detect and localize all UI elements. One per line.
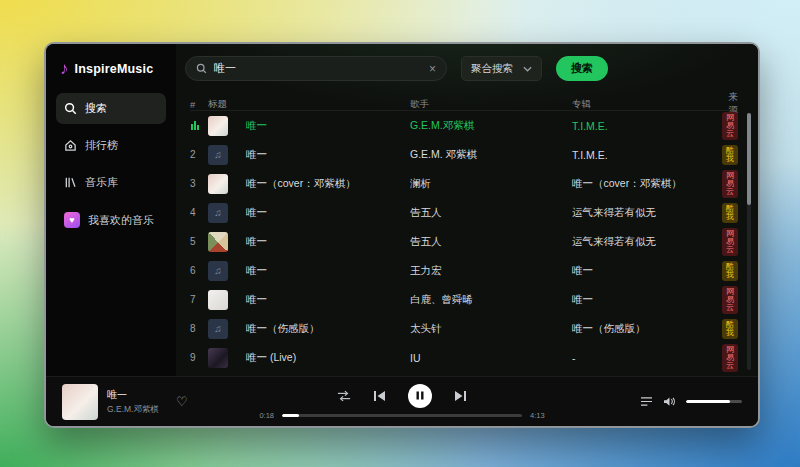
song-title: 唯一 bbox=[235, 293, 410, 307]
row-index: 5 bbox=[190, 236, 208, 247]
favorite-heart-icon[interactable]: ♡ bbox=[176, 394, 188, 409]
sidebar-item-library[interactable]: 音乐库 bbox=[56, 167, 166, 198]
album-art bbox=[208, 348, 228, 368]
row-index: 8 bbox=[190, 323, 208, 334]
song-artist: 告五人 bbox=[410, 235, 572, 249]
playlist-icon bbox=[640, 396, 653, 407]
sidebar-item-charts[interactable]: 排行榜 bbox=[56, 130, 166, 161]
row-index: 9 bbox=[190, 352, 208, 363]
heart-icon: ♥ bbox=[64, 212, 80, 228]
source-badge: 酷我 bbox=[722, 203, 738, 223]
row-index: 4 bbox=[190, 207, 208, 218]
playing-equalizer-icon bbox=[190, 120, 200, 130]
song-album: 唯一（cover：邓紫棋） bbox=[572, 177, 722, 191]
table-body: 唯一G.E.M.邓紫棋T.I.M.E.网易云2唯一G.E.M. 邓紫棋T.I.M… bbox=[190, 111, 738, 372]
source-badge: 网易云 bbox=[722, 286, 738, 314]
header-title: 标题 bbox=[208, 98, 235, 111]
header-index: # bbox=[190, 99, 208, 110]
search-icon bbox=[196, 63, 207, 74]
clear-search-icon[interactable]: × bbox=[429, 62, 436, 76]
sidebar-item-label: 搜索 bbox=[85, 101, 107, 116]
song-album: 运气来得若有似无 bbox=[572, 206, 722, 220]
search-query-text: 唯一 bbox=[214, 61, 422, 76]
main-content: 唯一 × 聚合搜索 搜索 # 标题 歌手 专辑 来源 唯一G.E.M.邓紫棋T.… bbox=[176, 44, 758, 376]
search-input[interactable]: 唯一 × bbox=[185, 56, 447, 81]
app-window: ♪ InspireMusic 搜索 排行榜 音乐库 ♥ 我喜欢的 bbox=[44, 42, 760, 428]
album-art bbox=[208, 203, 228, 223]
volume-slider[interactable] bbox=[686, 400, 742, 403]
song-artist: 太头针 bbox=[410, 322, 572, 336]
next-button[interactable] bbox=[454, 390, 467, 402]
sidebar-item-label: 我喜欢的音乐 bbox=[88, 213, 154, 228]
table-row[interactable]: 8唯一（伤感版）太头针唯一（伤感版）酷我 bbox=[190, 314, 738, 343]
speaker-icon bbox=[663, 396, 676, 407]
current-time: 0:18 bbox=[250, 411, 274, 420]
sidebar-item-search[interactable]: 搜索 bbox=[56, 93, 166, 124]
table-row[interactable]: 唯一G.E.M.邓紫棋T.I.M.E.网易云 bbox=[190, 111, 738, 140]
table-row[interactable]: 7唯一白鹿、曾舜晞唯一网易云 bbox=[190, 285, 738, 314]
search-icon bbox=[64, 102, 77, 115]
shuffle-button[interactable] bbox=[337, 390, 351, 402]
progress-bar[interactable] bbox=[282, 414, 522, 417]
source-badge: 酷我 bbox=[722, 145, 738, 165]
row-index: 3 bbox=[190, 178, 208, 189]
song-title: 唯一 bbox=[235, 206, 410, 220]
song-title: 唯一 (Live) bbox=[235, 351, 410, 365]
library-icon bbox=[64, 176, 77, 189]
source-badge: 酷我 bbox=[722, 319, 738, 339]
album-art bbox=[208, 261, 228, 281]
song-title: 唯一（伤感版） bbox=[235, 322, 410, 336]
now-playing-title: 唯一 bbox=[107, 388, 159, 402]
now-playing-art bbox=[62, 384, 98, 420]
scrollbar-thumb[interactable] bbox=[747, 113, 751, 205]
table-row[interactable]: 4唯一告五人运气来得若有似无酷我 bbox=[190, 198, 738, 227]
header-artist: 歌手 bbox=[410, 98, 572, 111]
next-track-icon bbox=[454, 390, 467, 402]
app-name: InspireMusic bbox=[75, 62, 154, 76]
table-row[interactable]: 6唯一王力宏唯一酷我 bbox=[190, 256, 738, 285]
pause-icon bbox=[416, 391, 424, 400]
row-index: 6 bbox=[190, 265, 208, 276]
app-logo: ♪ InspireMusic bbox=[56, 58, 166, 93]
album-art bbox=[208, 290, 228, 310]
progress-fill bbox=[282, 414, 299, 417]
previous-button[interactable] bbox=[373, 390, 386, 402]
search-mode-select[interactable]: 聚合搜索 bbox=[461, 56, 542, 81]
table-row[interactable]: 2唯一G.E.M. 邓紫棋T.I.M.E.酷我 bbox=[190, 140, 738, 169]
header-album: 专辑 bbox=[572, 98, 722, 111]
song-album: 唯一（伤感版） bbox=[572, 322, 722, 336]
table-row[interactable]: 5唯一告五人运气来得若有似无网易云 bbox=[190, 227, 738, 256]
source-badge: 网易云 bbox=[722, 170, 738, 198]
song-album: 唯一 bbox=[572, 293, 722, 307]
table-row[interactable]: 3唯一（cover：邓紫棋）澜析唯一（cover：邓紫棋）网易云 bbox=[190, 169, 738, 198]
song-title: 唯一 bbox=[235, 119, 410, 133]
play-pause-button[interactable] bbox=[408, 384, 432, 408]
song-artist: G.E.M.邓紫棋 bbox=[410, 119, 572, 133]
song-album: T.I.M.E. bbox=[572, 120, 722, 132]
scrollbar[interactable] bbox=[747, 113, 751, 370]
sidebar-item-favorites[interactable]: ♥ 我喜欢的音乐 bbox=[56, 204, 166, 236]
song-artist: 澜析 bbox=[410, 177, 572, 191]
volume-fill bbox=[686, 400, 730, 403]
song-title: 唯一 bbox=[235, 235, 410, 249]
shuffle-icon bbox=[337, 390, 351, 402]
song-album: T.I.M.E. bbox=[572, 149, 722, 161]
song-artist: IU bbox=[410, 352, 572, 364]
queue-button[interactable] bbox=[640, 396, 653, 407]
search-button[interactable]: 搜索 bbox=[556, 56, 608, 81]
song-title: 唯一 bbox=[235, 148, 410, 162]
previous-track-icon bbox=[373, 390, 386, 402]
now-playing-artist: G.E.M.邓紫棋 bbox=[107, 404, 159, 416]
song-album: 唯一 bbox=[572, 264, 722, 278]
sidebar-item-label: 排行榜 bbox=[85, 138, 118, 153]
chevron-down-icon bbox=[523, 66, 532, 72]
row-index: 7 bbox=[190, 294, 208, 305]
source-badge: 酷我 bbox=[722, 261, 738, 281]
table-header: # 标题 歌手 专辑 来源 bbox=[190, 91, 738, 111]
row-index: 2 bbox=[190, 149, 208, 160]
source-badge: 网易云 bbox=[722, 112, 738, 140]
table-row[interactable]: 9唯一 (Live)IU-网易云 bbox=[190, 343, 738, 372]
album-art bbox=[208, 174, 228, 194]
volume-button[interactable] bbox=[663, 396, 676, 407]
player-controls: 0:18 4:13 bbox=[250, 384, 554, 420]
